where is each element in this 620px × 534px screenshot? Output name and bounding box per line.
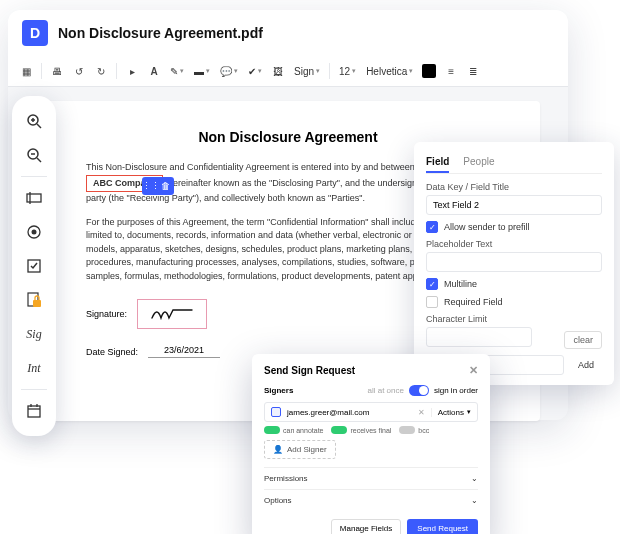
svg-line-1: [37, 124, 41, 128]
sign-in-order-label: sign in order: [434, 386, 478, 395]
svg-rect-13: [33, 300, 41, 307]
signer-color-icon: [271, 407, 281, 417]
app-logo-icon: D: [22, 20, 48, 46]
charlimit-input[interactable]: [426, 327, 532, 347]
bcc-toggle[interactable]: bcc: [399, 426, 429, 434]
add-signer-button[interactable]: 👤Add Signer: [264, 440, 336, 459]
check-icon: ✓: [426, 278, 438, 290]
manage-fields-button[interactable]: Manage Fields: [331, 519, 401, 534]
send-request-button[interactable]: Send Request: [407, 519, 478, 534]
signer-email: james.greer@mail.com: [287, 408, 412, 417]
document-title: Non Disclosure Agreement.pdf: [58, 25, 263, 41]
svg-rect-7: [27, 194, 41, 202]
send-sign-request-panel: Send Sign Request ✕ Signers all at once …: [252, 354, 490, 534]
text-field-tool-icon[interactable]: [19, 183, 49, 213]
thumbnail-panel-icon[interactable]: ▦: [16, 61, 36, 81]
redo-icon[interactable]: ↻: [91, 61, 111, 81]
font-size-dropdown[interactable]: 12▾: [335, 61, 360, 81]
placeholder-label: Placeholder Text: [426, 239, 602, 249]
add-recipient-button[interactable]: Add: [570, 356, 602, 374]
align-center-icon[interactable]: ≣: [463, 61, 483, 81]
image-tool-icon[interactable]: 🖼: [268, 61, 288, 81]
clear-button[interactable]: clear: [564, 331, 602, 349]
signature-field[interactable]: [137, 299, 207, 329]
check-icon: [426, 296, 438, 308]
order-toggle[interactable]: [409, 385, 429, 396]
undo-icon[interactable]: ↺: [69, 61, 89, 81]
text-tool-icon[interactable]: A: [144, 61, 164, 81]
charlimit-label: Character Limit: [426, 314, 602, 324]
floating-tool-strip: Sig Int: [12, 96, 56, 436]
allow-prefill-checkbox[interactable]: ✓Allow sender to prefill: [426, 221, 602, 233]
sign-label: Sign: [294, 66, 314, 77]
checkbox-tool-icon[interactable]: [19, 251, 49, 281]
options-section[interactable]: Options⌄: [264, 489, 478, 511]
zoom-in-icon[interactable]: [19, 106, 49, 136]
user-plus-icon: 👤: [273, 445, 283, 454]
remove-signer-icon[interactable]: ✕: [418, 408, 425, 417]
datakey-label: Data Key / Field Title: [426, 182, 602, 192]
receives-final-toggle[interactable]: receives final: [331, 426, 391, 434]
all-at-once-label: all at once: [368, 386, 404, 395]
initials-tool-icon[interactable]: Int: [19, 353, 49, 383]
signature-label: Signature:: [86, 309, 127, 319]
align-left-icon[interactable]: ≡: [441, 61, 461, 81]
date-tool-icon[interactable]: [19, 396, 49, 426]
permissions-section[interactable]: Permissions⌄: [264, 467, 478, 489]
color-swatch[interactable]: [419, 61, 439, 81]
placeholder-input[interactable]: [426, 252, 602, 272]
radio-tool-icon[interactable]: [19, 217, 49, 247]
zoom-out-icon[interactable]: [19, 140, 49, 170]
font-family-value: Helvetica: [366, 66, 407, 77]
svg-point-10: [32, 230, 37, 235]
date-label: Date Signed:: [86, 347, 138, 357]
delete-field-icon[interactable]: 🗑: [158, 179, 172, 193]
signers-label: Signers: [264, 386, 293, 395]
signer-actions-dropdown[interactable]: Actions▾: [431, 408, 471, 417]
datakey-input[interactable]: [426, 195, 602, 215]
sign-panel-title: Send Sign Request: [264, 365, 355, 376]
date-signed-field[interactable]: 23/6/2021: [148, 345, 220, 358]
font-family-dropdown[interactable]: Helvetica▾: [362, 61, 417, 81]
multiline-checkbox[interactable]: ✓Multiline: [426, 278, 602, 290]
tab-people[interactable]: People: [463, 152, 494, 173]
svg-line-5: [37, 158, 41, 162]
check-icon: ✓: [426, 221, 438, 233]
main-toolbar: ▦ 🖶 ↺ ↻ ▸ A ✎▾ ▬▾ 💬▾ ✔▾ 🖼 Sign▾ 12▾ Helv…: [8, 56, 568, 87]
required-label: Required Field: [444, 297, 503, 307]
allow-prefill-label: Allow sender to prefill: [444, 222, 530, 232]
font-size-value: 12: [339, 66, 350, 77]
chevron-down-icon: ⌄: [471, 496, 478, 505]
highlight-tool-dropdown[interactable]: ▬▾: [190, 61, 214, 81]
lock-page-icon[interactable]: [19, 285, 49, 315]
pen-tool-dropdown[interactable]: ✎▾: [166, 61, 188, 81]
close-icon[interactable]: ✕: [469, 364, 478, 377]
signer-row: james.greer@mail.com ✕ Actions▾: [264, 402, 478, 422]
required-checkbox[interactable]: Required Field: [426, 296, 602, 308]
field-drag-handle[interactable]: ⋮⋮ 🗑: [142, 177, 174, 195]
stamp-tool-dropdown[interactable]: ✔▾: [244, 61, 266, 81]
signer-permissions: can annotate receives final bcc: [264, 426, 478, 434]
para1-pre: This Non-Disclosure and Confidentiality …: [86, 162, 415, 172]
print-icon[interactable]: 🖶: [47, 61, 67, 81]
multiline-label: Multiline: [444, 279, 477, 289]
panel-tabs: Field People: [426, 152, 602, 174]
field-properties-panel: Field People Data Key / Field Title ✓All…: [414, 142, 614, 385]
tab-field[interactable]: Field: [426, 152, 449, 173]
can-annotate-toggle[interactable]: can annotate: [264, 426, 323, 434]
comment-tool-dropdown[interactable]: 💬▾: [216, 61, 242, 81]
drag-grip-icon[interactable]: ⋮⋮: [144, 179, 158, 193]
signature-scribble-icon: [149, 304, 195, 324]
svg-rect-14: [28, 406, 40, 417]
titlebar: D Non Disclosure Agreement.pdf: [8, 10, 568, 56]
signature-tool-icon[interactable]: Sig: [19, 319, 49, 349]
cursor-icon[interactable]: ▸: [122, 61, 142, 81]
chevron-down-icon: ⌄: [471, 474, 478, 483]
sign-dropdown[interactable]: Sign▾: [290, 61, 324, 81]
